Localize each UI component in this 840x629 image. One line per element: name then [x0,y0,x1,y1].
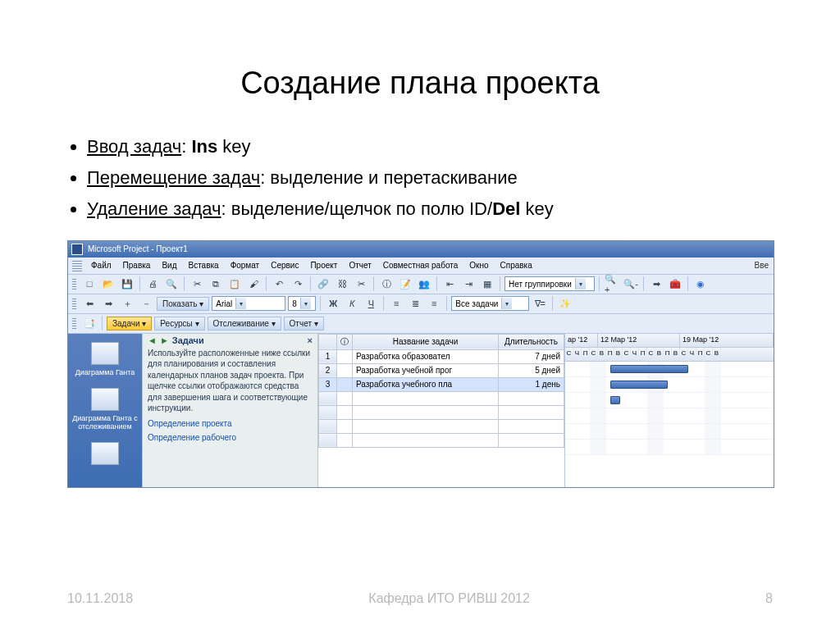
cut-icon[interactable]: ✂ [189,276,205,292]
table-row[interactable]: 3 Разработка учебного пла 1 день [319,377,564,391]
indent-icon[interactable]: ⇥ [460,276,477,292]
copy-icon[interactable]: ⧉ [208,276,224,292]
col-rownum[interactable] [319,334,337,349]
menu-view[interactable]: Вид [157,259,181,271]
calendar-icon [91,442,119,465]
task-dur-cell[interactable]: 5 дней [499,363,564,377]
show-button[interactable]: Показать ▾ [157,297,209,311]
task-name-cell[interactable]: Разработка учебной прог [353,363,499,377]
guide-link-2[interactable]: Определение рабочего [148,433,313,442]
table-row-empty[interactable] [319,391,564,405]
note-icon[interactable]: 📝 [397,276,413,292]
chevron-down-icon: ▾ [501,298,512,309]
open-icon[interactable]: 📂 [100,276,116,292]
gantt-row [565,393,774,408]
task-dur-cell[interactable]: 1 день [499,377,564,391]
zoom-in-icon[interactable]: 🔍+ [604,276,620,292]
view-gantt-tracking[interactable]: Диаграмма Ганта с отслеживанием [71,388,139,431]
wizard-icon[interactable]: ✨ [557,295,573,312]
zoom-out-icon[interactable]: 🔍- [623,276,639,292]
filter-combo[interactable]: Все задачи▾ [451,296,529,311]
menu-tools[interactable]: Сервис [266,259,304,271]
font-combo[interactable]: Arial▾ [212,296,285,311]
menu-help[interactable]: Справка [495,259,537,271]
task-dur-cell[interactable]: 7 дней [499,349,564,363]
footer-page: 8 [765,591,773,606]
goto-icon[interactable]: ➡ [648,276,664,292]
menu-edit[interactable]: Правка [118,259,156,271]
redo-icon[interactable]: ↷ [290,276,306,292]
tab-tasks[interactable]: Задачи ▾ [107,317,152,330]
menu-collab[interactable]: Совместная работа [378,259,463,271]
underline-icon[interactable]: Ч [363,295,379,312]
print-icon[interactable]: 🖨 [144,276,161,292]
close-icon[interactable]: × [308,335,313,345]
table-row-empty[interactable] [319,405,564,419]
search-fragment[interactable]: Вве [750,259,774,271]
save-icon[interactable]: 💾 [119,276,135,292]
col-name[interactable]: Название задачи [353,334,499,349]
guide-toggle-icon[interactable]: 📑 [81,315,98,331]
col-duration[interactable]: Длительность [499,334,564,349]
view-more[interactable] [71,442,139,468]
tab-report[interactable]: Отчет ▾ [284,317,324,330]
outdent-icon[interactable]: ⇤ [441,276,458,292]
bold-icon[interactable]: Ж [325,295,341,312]
size-combo[interactable]: 8▾ [288,296,316,311]
table-row[interactable]: 2 Разработка учебной прог 5 дней [319,363,564,377]
table-row-empty[interactable] [319,419,564,433]
tab-resources[interactable]: Ресурсы ▾ [154,317,204,330]
split-icon[interactable]: ✂ [353,276,369,292]
task-name-cell[interactable]: Разработка учебного пла [353,377,499,391]
gantt-bar[interactable] [610,396,620,404]
menu-project[interactable]: Проект [305,259,342,271]
task-name-cell[interactable]: Разработка образовател [353,349,499,363]
align-right-icon[interactable]: ≡ [426,295,442,312]
link-icon[interactable]: 🔗 [315,276,331,292]
format-painter-icon[interactable]: 🖌 [245,276,262,292]
gantt-row [565,362,774,377]
minus-icon[interactable]: － [138,295,154,312]
guide-text: Используйте расположенные ниже ссылки дл… [148,348,313,414]
indent2-icon[interactable]: ➡ [100,295,116,312]
preview-icon[interactable]: 🔍 [163,276,180,292]
guide-link-1[interactable]: Определение проекта [148,419,313,428]
gantt-chart: ар '12 12 Мар '12 19 Мар '12 СЧПСВПВСЧПС… [564,334,774,487]
view-gantt[interactable]: Диаграмма Ганта [71,342,139,376]
bullet-1-underline: Ввод задач [87,136,181,157]
gantt-bar[interactable] [610,365,688,373]
menu-format[interactable]: Формат [226,259,265,271]
menu-report[interactable]: Отчет [344,259,376,271]
new-icon[interactable]: □ [81,276,98,292]
align-left-icon[interactable]: ≡ [388,295,404,312]
outdent2-icon[interactable]: ⬅ [81,295,98,312]
help-icon[interactable]: ◉ [692,276,709,292]
group-combo[interactable]: Нет группировки▾ [504,276,595,291]
toolbox-icon[interactable]: 🧰 [667,276,683,292]
table-row-empty[interactable] [319,433,564,447]
paste-icon[interactable]: 📋 [226,276,243,292]
scroll-icon[interactable]: ▦ [479,276,495,292]
plus-icon[interactable]: ＋ [119,295,135,312]
unlink-icon[interactable]: ⛓ [334,276,350,292]
toolbar-3: 📑 Задачи ▾ Ресурсы ▾ Отслеживание ▾ Отче… [68,314,774,334]
back-icon[interactable]: ◄ [148,335,157,345]
forward-icon[interactable]: ► [160,335,169,345]
col-info[interactable]: ⓘ [337,334,353,349]
bullet-3-underline: Удаление задач [87,198,221,219]
menu-file[interactable]: Файл [86,259,116,271]
table-row[interactable]: 1 Разработка образовател 7 дней [319,349,564,363]
undo-icon[interactable]: ↶ [271,276,287,292]
tab-tracking[interactable]: Отслеживание ▾ [208,317,281,330]
align-center-icon[interactable]: ≣ [407,295,423,312]
assign-icon[interactable]: 👥 [416,276,432,292]
menu-insert[interactable]: Вставка [183,259,223,271]
toolbar-1: □ 📂 💾 🖨 🔍 ✂ ⧉ 📋 🖌 ↶ ↷ 🔗 ⛓ ✂ ⓘ 📝 👥 ⇤ ⇥ [68,275,774,294]
gantt-days: СЧПСВПВСЧПСВПВСЧПСВ [565,348,774,362]
autofilter-icon[interactable]: ∇= [532,295,548,312]
bullet-1: Ввод задач: Ins key [87,134,773,160]
menu-window[interactable]: Окно [464,259,493,271]
italic-icon[interactable]: К [344,295,360,312]
gantt-bar[interactable] [610,381,668,389]
info-icon[interactable]: ⓘ [378,276,395,292]
